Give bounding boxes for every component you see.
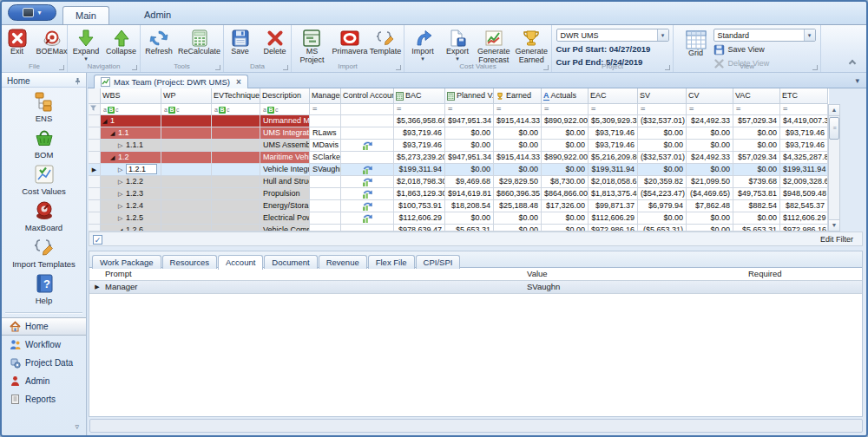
wbs-cell[interactable]: ▷1.2.4 [101, 200, 161, 212]
ribbon-tab-main[interactable]: Main [62, 6, 109, 24]
manager-cell[interactable]: SClarke [310, 152, 341, 164]
filter-cell-eac[interactable]: = [589, 104, 638, 115]
pin-icon[interactable] [74, 77, 82, 85]
manager-cell[interactable]: MDavis [310, 140, 341, 152]
filter-cell-control-account[interactable] [341, 104, 394, 115]
control-account-cell[interactable] [341, 200, 394, 212]
wp-cell[interactable] [161, 140, 212, 152]
column-header-wp[interactable]: WP [161, 88, 212, 104]
evtechnique-cell[interactable] [212, 115, 260, 127]
ribbon-button-refresh[interactable]: Refresh [141, 26, 176, 56]
sidebar-item-home[interactable]: Home [2, 317, 86, 336]
expand-node-icon[interactable]: ▷ [118, 140, 126, 151]
row-indicator[interactable] [89, 115, 101, 127]
evtechnique-cell[interactable] [212, 188, 260, 200]
wbs-cell[interactable]: ▷1.2.2 [101, 176, 161, 188]
ribbon-button-generate-earned[interactable]: Generate Earned [513, 26, 551, 64]
document-tab[interactable]: Max Team (Project: DWR UMS) × [94, 75, 248, 88]
manager-cell[interactable]: RLaws [310, 127, 341, 140]
control-account-cell[interactable] [341, 164, 394, 176]
manager-cell[interactable] [310, 176, 341, 188]
ribbon-tab-admin[interactable]: Admin [132, 6, 183, 24]
column-header-planned-v[interactable]: Planned V... [445, 88, 494, 104]
ribbon-button-ms-project[interactable]: MS Project [293, 26, 332, 64]
description-cell[interactable]: Propulsion [260, 188, 310, 200]
control-account-cell[interactable] [341, 115, 394, 127]
dialog-launcher-icon[interactable] [132, 65, 137, 70]
filter-cell-earned[interactable]: = [494, 104, 542, 115]
dialog-launcher-icon[interactable] [215, 65, 220, 70]
row-indicator[interactable] [89, 188, 101, 200]
expand-node-icon[interactable]: ▷ [118, 200, 126, 212]
ribbon-button-delete[interactable]: Delete [258, 26, 293, 56]
evtechnique-cell[interactable] [212, 164, 260, 176]
sidebar-overflow-icon[interactable]: ▿ [75, 422, 79, 431]
tab-work-package[interactable]: Work Package [92, 255, 161, 269]
close-icon[interactable]: × [236, 77, 241, 87]
column-header-manager[interactable]: Manager [310, 88, 341, 104]
dialog-launcher-icon[interactable] [59, 65, 64, 70]
collapse-node-icon[interactable]: ◢ [110, 152, 118, 163]
description-cell[interactable]: UMS Assembly [260, 140, 310, 152]
row-indicator[interactable] [89, 152, 101, 164]
sidebar-item-help[interactable]: ?Help [2, 271, 86, 307]
wbs-cell[interactable]: ▷1.2.1 [101, 164, 161, 176]
filter-cell-planned-v[interactable]: = [445, 104, 494, 115]
control-account-cell[interactable] [341, 127, 394, 140]
row-indicator[interactable] [89, 176, 101, 188]
wp-cell[interactable] [161, 152, 212, 164]
column-header-evtechnique[interactable]: EVTechnique [212, 88, 260, 104]
column-header-actuals[interactable]: AActuals [542, 88, 589, 104]
wp-cell[interactable] [161, 127, 212, 140]
control-account-cell[interactable] [341, 188, 394, 200]
column-header-description[interactable]: Description [260, 88, 310, 104]
filter-cell-etc[interactable]: = [780, 104, 828, 115]
ribbon-button-exit[interactable]: Exit [0, 26, 35, 56]
filter-cell-wbs[interactable]: aBc [101, 104, 161, 115]
detail-column-header-required[interactable]: Required [745, 268, 862, 280]
control-account-cell[interactable] [341, 225, 394, 232]
manager-cell[interactable] [310, 115, 341, 127]
tab-account[interactable]: Account [218, 255, 263, 270]
edit-filter-button[interactable]: Edit Filter [820, 235, 853, 244]
column-header-control-account[interactable]: Control Account [341, 88, 394, 104]
evtechnique-cell[interactable] [212, 176, 260, 188]
sidebar-item-ens[interactable]: ENS [2, 88, 86, 125]
ribbon-button-recalculate[interactable]: ReCalculate [176, 26, 222, 56]
description-cell[interactable]: Vehicle Integr... [260, 164, 310, 176]
ribbon-button-primavera[interactable]: Primavera [332, 26, 368, 56]
sidebar-item-workflow[interactable]: Workflow [2, 336, 86, 354]
expand-node-icon[interactable]: ▷ [118, 176, 126, 187]
ribbon-button-save[interactable]: Save [223, 26, 258, 56]
wbs-cell[interactable]: ◢1.2 [101, 152, 161, 164]
project-selector[interactable]: DWR UMS▾ [556, 29, 669, 42]
ribbon-button-boemax[interactable]: BOEMax [35, 26, 69, 56]
manager-cell[interactable] [310, 225, 341, 232]
collapse-ribbon-icon[interactable] [850, 59, 858, 66]
sidebar-item-reports[interactable]: Reports [2, 390, 86, 408]
tab-resources[interactable]: Resources [162, 255, 217, 269]
ribbon-button-expand[interactable]: Expand▾ [69, 26, 103, 62]
column-header-eac[interactable]: EAC [589, 88, 638, 104]
evtechnique-cell[interactable] [212, 140, 260, 152]
wp-cell[interactable] [161, 212, 212, 225]
sidebar-item-maxboard[interactable]: MaxBoard [2, 198, 86, 234]
sidebar-item-project-data[interactable]: Project Data [2, 354, 86, 372]
filter-cell-actuals[interactable]: = [542, 104, 589, 115]
filter-cell-description[interactable]: aBc [260, 104, 310, 115]
wbs-cell[interactable]: ◢1.1 [101, 127, 161, 140]
control-account-cell[interactable] [341, 212, 394, 225]
dialog-launcher-icon[interactable] [665, 65, 670, 70]
scrollbar-thumb[interactable]: ≡ [829, 117, 839, 140]
tab-cpi-spi[interactable]: CPI/SPI [416, 255, 461, 269]
evtechnique-cell[interactable] [212, 127, 260, 140]
manager-cell[interactable] [310, 200, 341, 212]
ribbon-button-generate-forecast[interactable]: Generate Forecast [475, 26, 513, 64]
wbs-cell[interactable]: ▷1.1.1 [101, 140, 161, 152]
scroll-up-icon[interactable]: ▲ [829, 105, 839, 116]
tab-document[interactable]: Document [264, 255, 317, 269]
wbs-cell[interactable]: ▷1.2.5 [101, 212, 161, 225]
description-cell[interactable]: Hull and Struc... [260, 176, 310, 188]
dialog-launcher-icon[interactable] [396, 65, 401, 70]
control-account-cell[interactable] [341, 176, 394, 188]
